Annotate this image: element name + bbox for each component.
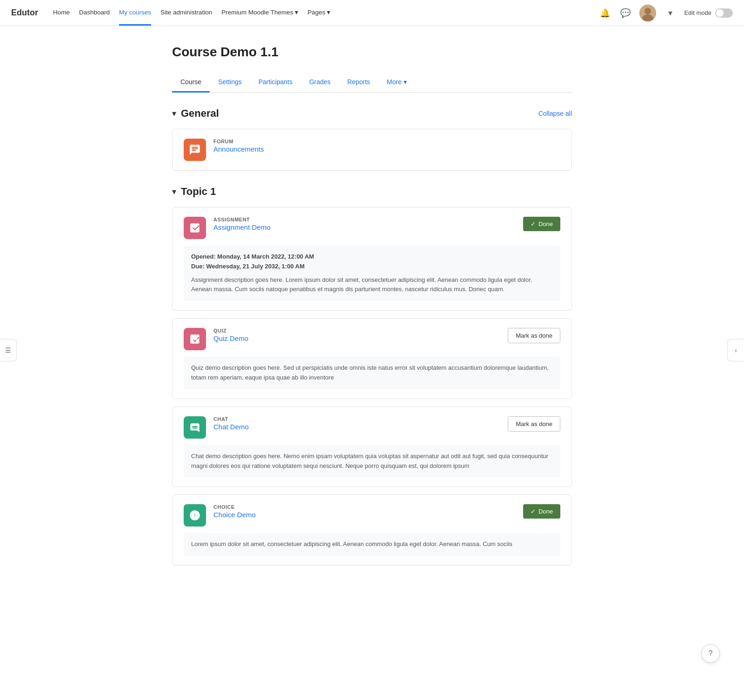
section-header-general: ▾ GeneralCollapse all	[172, 107, 572, 120]
svg-point-1	[644, 8, 651, 14]
svg-rect-5	[196, 339, 197, 340]
due-value: Wednesday, 21 July 2032, 1:00 AM	[206, 263, 305, 270]
activity-left: CHAT Chat Demo	[184, 416, 249, 439]
activity-details: Chat demo description goes here. Nemo en…	[184, 445, 560, 478]
activity-card: ASSIGNMENT Assignment Demo✓ Done Opened:…	[172, 207, 572, 311]
section-topic1: ▾ Topic 1ASSIGNMENT Assignment Demo✓ Don…	[172, 186, 572, 566]
tab-participants[interactable]: Participants	[250, 73, 301, 93]
activity-left: ASSIGNMENT Assignment Demo	[184, 217, 271, 239]
activity-description: Assignment description goes here. Lorem …	[191, 275, 553, 295]
list-icon: ☰	[5, 347, 11, 354]
activity-meta: ASSIGNMENT Assignment Demo	[213, 217, 271, 231]
activity-name[interactable]: Chat Demo	[213, 423, 249, 431]
brand-logo[interactable]: Edutor	[11, 8, 38, 18]
tab-more-[interactable]: More ▾	[379, 73, 415, 93]
svg-rect-3	[193, 338, 193, 341]
activity-card: FORUM Announcements	[172, 129, 572, 171]
activity-top: ASSIGNMENT Assignment Demo✓ Done	[184, 217, 560, 239]
main-content: Course Demo 1.1 CourseSettingsParticipan…	[163, 26, 581, 608]
nav-right: 🔔 💬 ▾ Edit mode	[598, 5, 733, 21]
activity-details: Quiz demo description goes here. Sed ut …	[184, 357, 560, 389]
notifications-icon[interactable]: 🔔	[598, 7, 611, 20]
section-header-topic1: ▾ Topic 1	[172, 186, 572, 198]
tab-settings[interactable]: Settings	[210, 73, 250, 93]
done-button[interactable]: ✓ Done	[523, 504, 560, 519]
edit-mode-toggle-wrap: Edit mode	[684, 8, 733, 18]
sidebar-toggle-left[interactable]: ☰	[0, 339, 17, 361]
activity-top: CHOICE Choice Demo✓ Done	[184, 504, 560, 527]
svg-rect-4	[194, 337, 195, 341]
tab-reports[interactable]: Reports	[339, 73, 379, 93]
sidebar-toggle-right[interactable]: ‹	[727, 339, 744, 361]
activity-description: Lorem ipsum dolor sit amet, consectetuer…	[191, 540, 553, 549]
section-title-wrap: ▾ Topic 1	[172, 186, 216, 198]
nav-link-premium-moodle-themes-[interactable]: Premium Moodle Themes ▾	[221, 0, 298, 26]
tab-course[interactable]: Course	[172, 73, 210, 93]
activity-card: QUIZ Quiz DemoMark as doneQuiz demo desc…	[172, 318, 572, 399]
avatar[interactable]	[639, 5, 656, 21]
tab-grades[interactable]: Grades	[301, 73, 339, 93]
activity-name[interactable]: Announcements	[213, 145, 264, 153]
quiz-icon	[184, 328, 206, 350]
mark-as-done-button[interactable]: Mark as done	[508, 328, 560, 343]
activity-name[interactable]: Choice Demo	[213, 511, 256, 519]
section-general: ▾ GeneralCollapse allFORUM Announcements	[172, 107, 572, 171]
forum-icon	[184, 139, 206, 161]
activity-top: CHAT Chat DemoMark as done	[184, 416, 560, 439]
opened-value: Monday, 14 March 2022, 12:00 AM	[217, 253, 314, 260]
user-menu-chevron[interactable]: ▾	[664, 7, 677, 20]
activity-dates: Opened: Monday, 14 March 2022, 12:00 AM …	[191, 252, 553, 272]
activity-left: CHOICE Choice Demo	[184, 504, 256, 527]
section-title: Topic 1	[181, 186, 216, 198]
done-label: Done	[538, 508, 553, 515]
nav-link-home[interactable]: Home	[53, 0, 70, 26]
activity-type: CHAT	[213, 416, 249, 422]
course-tabs: CourseSettingsParticipantsGradesReportsM…	[172, 73, 572, 93]
activity-type: ASSIGNMENT	[213, 217, 271, 222]
top-navigation: Edutor HomeDashboardMy coursesSite admin…	[0, 0, 744, 26]
nav-link-dashboard[interactable]: Dashboard	[79, 0, 110, 26]
activity-top: FORUM Announcements	[184, 139, 560, 161]
section-chevron[interactable]: ▾	[172, 108, 176, 119]
nav-link-pages-[interactable]: Pages ▾	[307, 0, 330, 26]
opened-label: Opened:	[191, 253, 216, 260]
edit-mode-label: Edit mode	[684, 9, 711, 16]
activity-details: Lorem ipsum dolor sit amet, consectetuer…	[184, 533, 560, 556]
chevron-left-icon: ‹	[735, 347, 737, 354]
activity-top: QUIZ Quiz DemoMark as done	[184, 328, 560, 350]
activity-description: Chat demo description goes here. Nemo en…	[191, 452, 553, 471]
nav-link-site-administration[interactable]: Site administration	[160, 0, 212, 26]
activity-name[interactable]: Quiz Demo	[213, 334, 248, 342]
assignment-icon	[184, 217, 206, 239]
activity-card: CHAT Chat DemoMark as doneChat demo desc…	[172, 407, 572, 487]
activity-name[interactable]: Assignment Demo	[213, 223, 271, 231]
activity-type: CHOICE	[213, 504, 256, 510]
done-label: Done	[538, 220, 553, 227]
page-title: Course Demo 1.1	[172, 45, 572, 60]
edit-mode-toggle[interactable]	[715, 8, 733, 18]
section-title: General	[181, 107, 219, 120]
activity-meta: CHOICE Choice Demo	[213, 504, 256, 519]
messages-icon[interactable]: 💬	[619, 7, 632, 20]
section-title-wrap: ▾ General	[172, 107, 219, 120]
done-button[interactable]: ✓ Done	[523, 217, 560, 231]
toggle-knob	[716, 9, 724, 17]
activity-left: FORUM Announcements	[184, 139, 264, 161]
checkmark-icon: ✓	[531, 508, 536, 515]
checkmark-icon: ✓	[531, 220, 536, 227]
activity-description: Quiz demo description goes here. Sed ut …	[191, 363, 553, 383]
activity-meta: CHAT Chat Demo	[213, 416, 249, 431]
activity-details: Opened: Monday, 14 March 2022, 12:00 AM …	[184, 246, 560, 301]
chat-icon	[184, 416, 206, 439]
nav-links: HomeDashboardMy coursesSite administrati…	[53, 0, 598, 26]
collapse-all-button[interactable]: Collapse all	[538, 110, 572, 117]
activity-type: QUIZ	[213, 328, 248, 333]
due-label: Due:	[191, 263, 205, 270]
activity-left: QUIZ Quiz Demo	[184, 328, 248, 350]
sections-container: ▾ GeneralCollapse allFORUM Announcements…	[172, 107, 572, 566]
mark-as-done-button[interactable]: Mark as done	[508, 416, 560, 432]
choice-icon	[184, 504, 206, 527]
activity-card: CHOICE Choice Demo✓ DoneLorem ipsum dolo…	[172, 494, 572, 566]
section-chevron[interactable]: ▾	[172, 187, 176, 197]
nav-link-my-courses[interactable]: My courses	[119, 0, 151, 26]
